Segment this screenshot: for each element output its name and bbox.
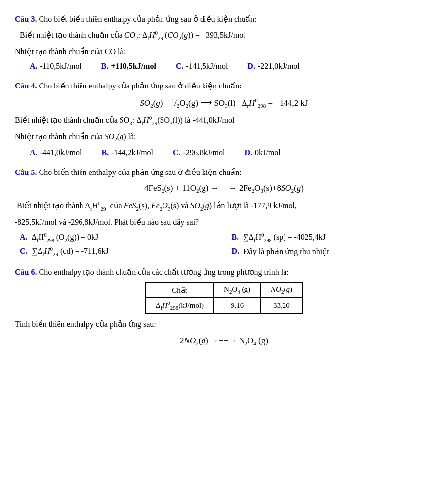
q4-opt-d: D. 0kJ/mol: [244, 148, 280, 157]
question-3: Câu 3. Cho biết biến thiên enthalpy của …: [15, 13, 433, 71]
table-header-chat: Chất: [146, 283, 214, 298]
table-header-no2: NO2(g): [261, 283, 303, 298]
q5-opt-c: C. ∑ΔfH029 (cđ) = -711,6kJ: [20, 246, 222, 257]
question-5: Câu 5. Cho biến thiên enthalpy của phản …: [15, 166, 433, 257]
q6-formula: 2NO2(g) →−−→ N2O4 (g): [15, 336, 433, 346]
q3-question: Nhiệt tạo thành chuẩn của CO là:: [15, 45, 433, 58]
table-header-n2o4: N2O4 (g): [214, 283, 261, 298]
table-val-no2: 33,20: [261, 298, 303, 314]
q3-options: A. -110,5kJ/mol B. +110,5kJ/mol C. -141,…: [30, 62, 433, 71]
q5-given2: -825,5kJ/mol và -296,8kJ/mol. Phát biểu …: [15, 216, 433, 229]
q4-opt-b: B. -144,2kJ/mol: [101, 148, 153, 157]
q5-opt-d: D. Đây là phản ứng thu nhiệt: [232, 246, 434, 257]
q3-title: Câu 3. Cho biết biến thiên enthalpy của …: [15, 13, 433, 26]
q6-text: Cho enthalpy tạo thành chuẩn của các chấ…: [39, 268, 288, 276]
q4-question: Nhiệt tạo thành chuẩn của SO2(g) là:: [15, 130, 433, 144]
q5-text: Cho biến thiên enthalpy của phản ứng sau…: [39, 168, 241, 176]
q3-num: Câu 3.: [15, 15, 37, 23]
q5-num: Câu 5.: [15, 168, 37, 176]
q4-formula: SO2(g) + 1/2O2(g) ⟶ SO3(l) ΔrH0298 = −14…: [15, 97, 433, 109]
q3-opt-a: A. -110,5kJ/mol: [30, 62, 81, 71]
q4-title: Câu 4. Cho biến thiên enthalpy của phản …: [15, 80, 433, 92]
table-val-n2o4: 9,16: [214, 298, 261, 314]
q5-options: A. ΔfH0298 (O2(g)) = 0kJ B. ∑ΔfH0298 (sp…: [20, 232, 433, 257]
q3-given: Biết nhiệt tạo thành chuẩn của CO2: ΔfH0…: [20, 29, 433, 43]
q4-options: A. -441,0kJ/mol B. -144,2kJ/mol C. -296,…: [30, 148, 433, 157]
q5-formula: 4FeS2(s) + 11O2(g) →−−→ 2Fe2O3(s)+8SO2(g…: [15, 183, 433, 194]
q4-opt-c: C. -296,8kJ/mol: [173, 148, 225, 157]
q4-opt-a: A. -441,0kJ/mol: [30, 148, 81, 157]
q5-opt-a: A. ΔfH0298 (O2(g)) = 0kJ: [20, 232, 222, 243]
q6-question: Tính biến thiên enthalpy của phản ứng sa…: [15, 318, 433, 331]
q4-num: Câu 4.: [15, 82, 37, 90]
q3-text: Cho biết biến thiên enthalpy của phản ứn…: [39, 15, 256, 23]
q6-title: Câu 6. Cho enthalpy tạo thành chuẩn của …: [15, 266, 433, 279]
question-6: Câu 6. Cho enthalpy tạo thành chuẩn của …: [15, 266, 433, 347]
q5-title: Câu 5. Cho biến thiên enthalpy của phản …: [15, 166, 433, 179]
q6-table: Chất N2O4 (g) NO2(g) ΔfH0298(kJ/mol) 9,1…: [145, 282, 303, 314]
q3-opt-d: D. -221,0kJ/mol: [247, 62, 299, 71]
q5-opt-b: B. ∑ΔfH0298 (sp) = -4025,4kJ: [232, 232, 434, 243]
q4-text: Cho biến thiên enthalpy của phản ứng sau…: [39, 82, 241, 90]
q6-num: Câu 6.: [15, 268, 37, 276]
q3-opt-b: B. +110,5kJ/mol: [101, 62, 156, 71]
table-row-label: ΔfH0298(kJ/mol): [146, 298, 214, 314]
question-4: Câu 4. Cho biến thiên enthalpy của phản …: [15, 80, 433, 157]
q4-given: Biết nhiệt tạo thành chuẩn của SO3: ΔfH0…: [15, 114, 433, 128]
q5-given1: Biết nhiệt tạo thành ΔfH029 của FeS2(s),…: [15, 199, 433, 213]
q3-opt-c: C. -141,5kJ/mol: [176, 62, 228, 71]
